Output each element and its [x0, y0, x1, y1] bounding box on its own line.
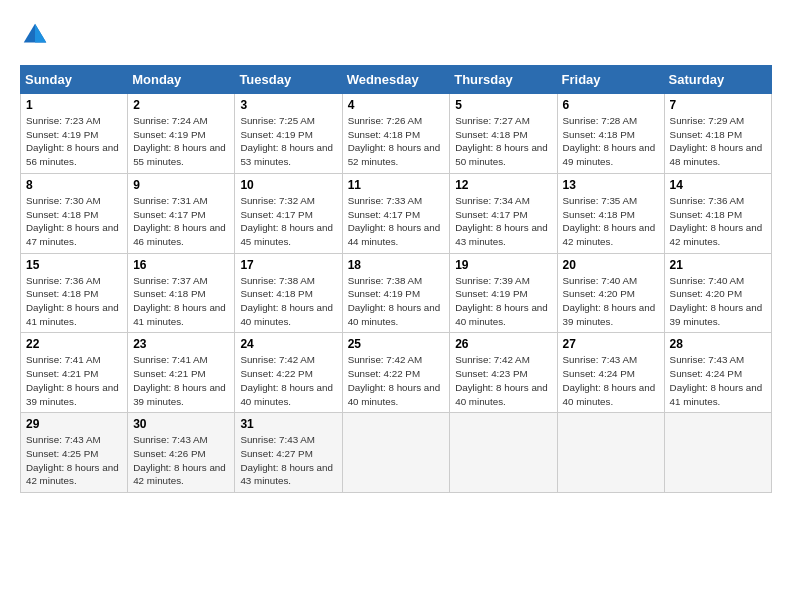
- day-number: 29: [26, 417, 122, 431]
- page-header: [20, 20, 772, 50]
- day-number: 13: [563, 178, 659, 192]
- day-number: 4: [348, 98, 445, 112]
- day-info: Sunrise: 7:27 AMSunset: 4:18 PMDaylight:…: [455, 114, 551, 169]
- calendar-cell: 1Sunrise: 7:23 AMSunset: 4:19 PMDaylight…: [21, 94, 128, 174]
- day-number: 24: [240, 337, 336, 351]
- day-number: 25: [348, 337, 445, 351]
- logo-icon: [20, 20, 50, 50]
- calendar-cell: 9Sunrise: 7:31 AMSunset: 4:17 PMDaylight…: [128, 173, 235, 253]
- weekday-header-thursday: Thursday: [450, 66, 557, 94]
- day-info: Sunrise: 7:35 AMSunset: 4:18 PMDaylight:…: [563, 194, 659, 249]
- calendar-cell: [664, 413, 771, 493]
- weekday-header-wednesday: Wednesday: [342, 66, 450, 94]
- calendar-cell: 28Sunrise: 7:43 AMSunset: 4:24 PMDayligh…: [664, 333, 771, 413]
- calendar-cell: [450, 413, 557, 493]
- day-number: 9: [133, 178, 229, 192]
- day-info: Sunrise: 7:43 AMSunset: 4:26 PMDaylight:…: [133, 433, 229, 488]
- calendar-week-row: 29Sunrise: 7:43 AMSunset: 4:25 PMDayligh…: [21, 413, 772, 493]
- day-info: Sunrise: 7:43 AMSunset: 4:24 PMDaylight:…: [670, 353, 766, 408]
- calendar-header-row: SundayMondayTuesdayWednesdayThursdayFrid…: [21, 66, 772, 94]
- day-info: Sunrise: 7:23 AMSunset: 4:19 PMDaylight:…: [26, 114, 122, 169]
- day-info: Sunrise: 7:40 AMSunset: 4:20 PMDaylight:…: [563, 274, 659, 329]
- calendar-cell: 2Sunrise: 7:24 AMSunset: 4:19 PMDaylight…: [128, 94, 235, 174]
- day-info: Sunrise: 7:24 AMSunset: 4:19 PMDaylight:…: [133, 114, 229, 169]
- calendar-cell: 25Sunrise: 7:42 AMSunset: 4:22 PMDayligh…: [342, 333, 450, 413]
- day-number: 30: [133, 417, 229, 431]
- calendar-cell: 6Sunrise: 7:28 AMSunset: 4:18 PMDaylight…: [557, 94, 664, 174]
- calendar-cell: 7Sunrise: 7:29 AMSunset: 4:18 PMDaylight…: [664, 94, 771, 174]
- day-info: Sunrise: 7:29 AMSunset: 4:18 PMDaylight:…: [670, 114, 766, 169]
- day-info: Sunrise: 7:25 AMSunset: 4:19 PMDaylight:…: [240, 114, 336, 169]
- weekday-header-monday: Monday: [128, 66, 235, 94]
- calendar-cell: [557, 413, 664, 493]
- day-info: Sunrise: 7:38 AMSunset: 4:19 PMDaylight:…: [348, 274, 445, 329]
- day-number: 15: [26, 258, 122, 272]
- day-info: Sunrise: 7:39 AMSunset: 4:19 PMDaylight:…: [455, 274, 551, 329]
- calendar-cell: 4Sunrise: 7:26 AMSunset: 4:18 PMDaylight…: [342, 94, 450, 174]
- day-number: 19: [455, 258, 551, 272]
- day-number: 10: [240, 178, 336, 192]
- day-info: Sunrise: 7:34 AMSunset: 4:17 PMDaylight:…: [455, 194, 551, 249]
- day-number: 14: [670, 178, 766, 192]
- calendar-cell: 14Sunrise: 7:36 AMSunset: 4:18 PMDayligh…: [664, 173, 771, 253]
- day-number: 5: [455, 98, 551, 112]
- day-info: Sunrise: 7:41 AMSunset: 4:21 PMDaylight:…: [26, 353, 122, 408]
- day-number: 22: [26, 337, 122, 351]
- day-info: Sunrise: 7:36 AMSunset: 4:18 PMDaylight:…: [670, 194, 766, 249]
- calendar-cell: 16Sunrise: 7:37 AMSunset: 4:18 PMDayligh…: [128, 253, 235, 333]
- calendar-week-row: 15Sunrise: 7:36 AMSunset: 4:18 PMDayligh…: [21, 253, 772, 333]
- weekday-header-sunday: Sunday: [21, 66, 128, 94]
- day-number: 26: [455, 337, 551, 351]
- calendar-week-row: 1Sunrise: 7:23 AMSunset: 4:19 PMDaylight…: [21, 94, 772, 174]
- day-info: Sunrise: 7:37 AMSunset: 4:18 PMDaylight:…: [133, 274, 229, 329]
- calendar-cell: 17Sunrise: 7:38 AMSunset: 4:18 PMDayligh…: [235, 253, 342, 333]
- day-info: Sunrise: 7:43 AMSunset: 4:24 PMDaylight:…: [563, 353, 659, 408]
- day-number: 31: [240, 417, 336, 431]
- day-info: Sunrise: 7:30 AMSunset: 4:18 PMDaylight:…: [26, 194, 122, 249]
- calendar-cell: 30Sunrise: 7:43 AMSunset: 4:26 PMDayligh…: [128, 413, 235, 493]
- day-number: 28: [670, 337, 766, 351]
- day-info: Sunrise: 7:43 AMSunset: 4:25 PMDaylight:…: [26, 433, 122, 488]
- calendar-cell: 26Sunrise: 7:42 AMSunset: 4:23 PMDayligh…: [450, 333, 557, 413]
- day-number: 3: [240, 98, 336, 112]
- calendar-cell: [342, 413, 450, 493]
- calendar-cell: 23Sunrise: 7:41 AMSunset: 4:21 PMDayligh…: [128, 333, 235, 413]
- day-info: Sunrise: 7:36 AMSunset: 4:18 PMDaylight:…: [26, 274, 122, 329]
- day-number: 16: [133, 258, 229, 272]
- calendar-cell: 3Sunrise: 7:25 AMSunset: 4:19 PMDaylight…: [235, 94, 342, 174]
- day-info: Sunrise: 7:38 AMSunset: 4:18 PMDaylight:…: [240, 274, 336, 329]
- day-info: Sunrise: 7:43 AMSunset: 4:27 PMDaylight:…: [240, 433, 336, 488]
- calendar-cell: 31Sunrise: 7:43 AMSunset: 4:27 PMDayligh…: [235, 413, 342, 493]
- day-number: 23: [133, 337, 229, 351]
- calendar-cell: 21Sunrise: 7:40 AMSunset: 4:20 PMDayligh…: [664, 253, 771, 333]
- day-info: Sunrise: 7:28 AMSunset: 4:18 PMDaylight:…: [563, 114, 659, 169]
- calendar-cell: 20Sunrise: 7:40 AMSunset: 4:20 PMDayligh…: [557, 253, 664, 333]
- calendar-cell: 13Sunrise: 7:35 AMSunset: 4:18 PMDayligh…: [557, 173, 664, 253]
- day-number: 21: [670, 258, 766, 272]
- day-info: Sunrise: 7:42 AMSunset: 4:22 PMDaylight:…: [240, 353, 336, 408]
- weekday-header-saturday: Saturday: [664, 66, 771, 94]
- day-number: 1: [26, 98, 122, 112]
- day-info: Sunrise: 7:33 AMSunset: 4:17 PMDaylight:…: [348, 194, 445, 249]
- weekday-header-tuesday: Tuesday: [235, 66, 342, 94]
- day-number: 20: [563, 258, 659, 272]
- day-number: 6: [563, 98, 659, 112]
- day-info: Sunrise: 7:40 AMSunset: 4:20 PMDaylight:…: [670, 274, 766, 329]
- day-number: 12: [455, 178, 551, 192]
- calendar-table: SundayMondayTuesdayWednesdayThursdayFrid…: [20, 65, 772, 493]
- weekday-header-friday: Friday: [557, 66, 664, 94]
- calendar-cell: 24Sunrise: 7:42 AMSunset: 4:22 PMDayligh…: [235, 333, 342, 413]
- day-number: 11: [348, 178, 445, 192]
- day-number: 27: [563, 337, 659, 351]
- calendar-cell: 11Sunrise: 7:33 AMSunset: 4:17 PMDayligh…: [342, 173, 450, 253]
- calendar-week-row: 22Sunrise: 7:41 AMSunset: 4:21 PMDayligh…: [21, 333, 772, 413]
- day-info: Sunrise: 7:31 AMSunset: 4:17 PMDaylight:…: [133, 194, 229, 249]
- calendar-cell: 5Sunrise: 7:27 AMSunset: 4:18 PMDaylight…: [450, 94, 557, 174]
- logo: [20, 20, 56, 50]
- calendar-cell: 22Sunrise: 7:41 AMSunset: 4:21 PMDayligh…: [21, 333, 128, 413]
- svg-marker-1: [35, 24, 46, 43]
- day-info: Sunrise: 7:42 AMSunset: 4:22 PMDaylight:…: [348, 353, 445, 408]
- calendar-cell: 27Sunrise: 7:43 AMSunset: 4:24 PMDayligh…: [557, 333, 664, 413]
- day-number: 7: [670, 98, 766, 112]
- day-info: Sunrise: 7:32 AMSunset: 4:17 PMDaylight:…: [240, 194, 336, 249]
